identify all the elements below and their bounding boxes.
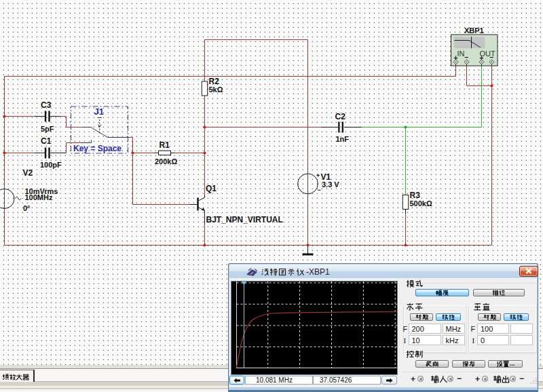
svg-text:J1: J1 [94,106,104,117]
svg-text:+: + [480,54,484,62]
svg-text:C1: C1 [41,136,52,146]
svg-text:200kΩ: 200kΩ [155,157,177,165]
svg-text:R2: R2 [209,77,220,86]
svg-text:+: + [454,54,458,62]
svg-text:Key = Space: Key = Space [73,144,121,153]
svg-text:C2: C2 [335,112,346,121]
svg-text:C3: C3 [41,100,52,110]
svg-text:−: − [465,54,469,61]
svg-text:−: − [318,187,321,193]
svg-text:1nF: 1nF [336,135,350,143]
svg-text:5kΩ: 5kΩ [209,85,223,94]
svg-text:100MHz: 100MHz [25,193,53,201]
svg-text:IN: IN [457,50,465,58]
svg-text:0°: 0° [23,204,31,212]
svg-text:R3: R3 [410,191,421,200]
svg-text:3.3 V: 3.3 V [322,180,339,189]
svg-text:R1: R1 [160,140,170,150]
svg-text:500kΩ: 500kΩ [410,199,432,208]
svg-text:5pF: 5pF [41,125,54,133]
svg-text:−: − [490,54,494,61]
svg-text:+: + [316,172,320,179]
svg-text:100pF: 100pF [40,161,62,169]
svg-text:BJT_NPN_VIRTUAL: BJT_NPN_VIRTUAL [206,215,283,224]
svg-text:Q1: Q1 [206,184,217,193]
svg-text:V2: V2 [23,168,33,178]
svg-text:XBP1: XBP1 [464,26,484,35]
